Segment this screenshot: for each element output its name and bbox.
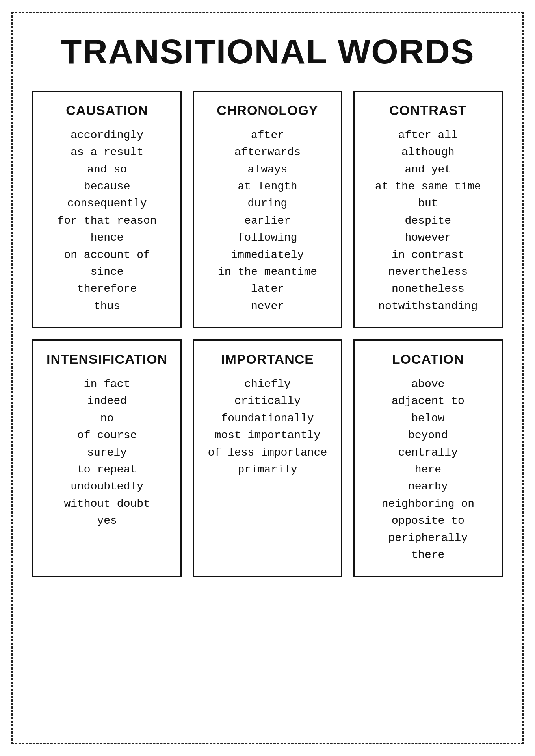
list-item: of course [64,427,150,444]
list-item: hence [58,229,157,246]
card-location: LOCATiONaboveadjacent tobelowbeyondcentr… [353,339,503,577]
list-item: undoubtedly [64,478,150,495]
card-items-chronology: afterafterwardsalwaysat lengthduringearl… [218,127,317,315]
cards-grid: CAUSATIONaccordinglyas a resultand sobec… [32,91,503,578]
card-title-importance: iMPORTANCE [221,352,314,367]
card-title-intensification: iNTENSiFiCATiON [46,352,167,367]
card-title-location: LOCATiON [392,352,464,367]
list-item: yes [64,512,150,529]
list-item: in fact [64,376,150,393]
card-items-contrast: after allalthoughand yetat the same time… [375,127,481,315]
list-item: and yet [375,161,481,178]
list-item: surely [64,444,150,461]
card-items-importance: chieflycriticallyfoundationallymost impo… [208,376,327,478]
list-item: despite [375,212,481,229]
page-title: TRANSITIONAL WORDS [32,29,503,79]
list-item: there [382,547,474,563]
list-item: below [382,410,474,427]
list-item: later [218,280,317,297]
list-item: after [218,127,317,144]
list-item: as a result [58,144,157,161]
card-title-contrast: CONTRAST [389,103,467,118]
list-item: since [58,263,157,280]
card-title-chronology: CHRONOLOGY [217,103,318,118]
list-item: but [375,195,481,212]
list-item: nearby [382,478,474,495]
card-causation: CAUSATIONaccordinglyas a resultand sobec… [32,91,182,328]
page-container: TRANSITIONAL WORDS CAUSATIONaccordinglya… [11,12,524,744]
list-item: centrally [382,444,474,461]
list-item: of less importance [208,444,327,461]
list-item: for that reason [58,212,157,229]
list-item: notwithstanding [375,298,481,315]
list-item: opposite to [382,512,474,529]
list-item: earlier [218,212,317,229]
list-item: because [58,178,157,195]
list-item: at the same time [375,178,481,195]
list-item: immediately [218,246,317,263]
list-item: thus [58,298,157,315]
card-intensification: iNTENSiFiCATiONin factindeednoof courses… [32,339,182,577]
list-item: after all [375,127,481,144]
list-item: at length [218,178,317,195]
list-item: neighboring on [382,495,474,512]
list-item: peripherally [382,530,474,547]
list-item: primarily [208,461,327,478]
list-item: here [382,461,474,478]
list-item: without doubt [64,495,150,512]
card-title-causation: CAUSATION [66,103,148,118]
list-item: during [218,195,317,212]
card-importance: iMPORTANCEchieflycriticallyfoundationall… [193,339,342,577]
list-item: accordingly [58,127,157,144]
list-item: and so [58,161,157,178]
list-item: above [382,376,474,393]
list-item: on account of [58,246,157,263]
list-item: chiefly [208,376,327,393]
list-item: although [375,144,481,161]
list-item: in the meantime [218,263,317,280]
list-item: following [218,229,317,246]
list-item: indeed [64,393,150,410]
list-item: most importantly [208,427,327,444]
list-item: never [218,298,317,315]
list-item: therefore [58,280,157,297]
list-item: beyond [382,427,474,444]
list-item: consequently [58,195,157,212]
list-item: nonetheless [375,280,481,297]
list-item: no [64,410,150,427]
list-item: critically [208,393,327,410]
card-items-intensification: in factindeednoof coursesurelyto repeatu… [64,376,150,530]
list-item: adjacent to [382,393,474,410]
list-item: afterwards [218,144,317,161]
list-item: however [375,229,481,246]
list-item: nevertheless [375,263,481,280]
card-chronology: CHRONOLOGYafterafterwardsalwaysat length… [193,91,342,328]
card-contrast: CONTRASTafter allalthoughand yetat the s… [353,91,503,328]
card-items-causation: accordinglyas a resultand sobecauseconse… [58,127,157,315]
list-item: in contrast [375,246,481,263]
list-item: always [218,161,317,178]
list-item: foundationally [208,410,327,427]
card-items-location: aboveadjacent tobelowbeyondcentrallyhere… [382,376,474,563]
list-item: to repeat [64,461,150,478]
